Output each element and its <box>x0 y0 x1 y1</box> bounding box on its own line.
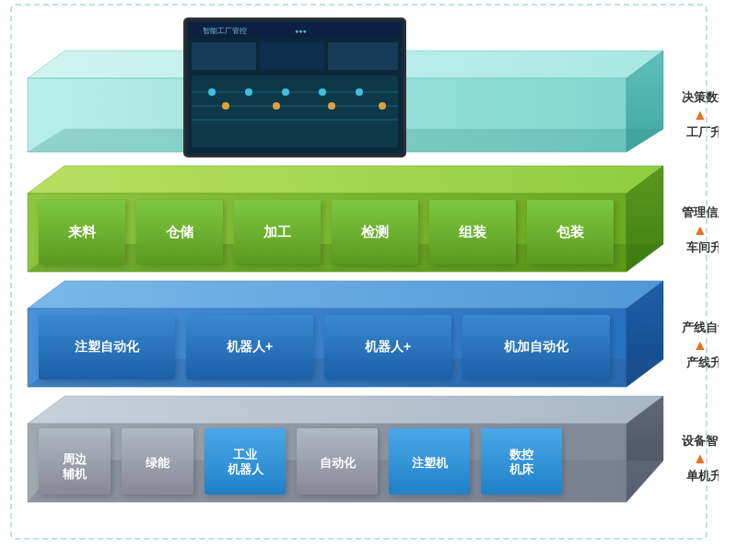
svg-point-67 <box>222 102 229 110</box>
label-decision-line2: 工厂升级 <box>686 125 719 139</box>
svg-rect-57 <box>328 42 398 70</box>
svg-point-63 <box>245 88 252 96</box>
svg-point-65 <box>319 88 326 96</box>
label-decision-line1: 决策数据化 <box>682 90 719 104</box>
label-equip-line2: 单机升级 <box>686 469 719 483</box>
svg-point-66 <box>356 88 363 96</box>
svg-point-68 <box>273 102 280 110</box>
svg-text:数控: 数控 <box>509 448 533 461</box>
svg-text:智能工厂管控: 智能工厂管控 <box>203 27 247 35</box>
svg-rect-9 <box>205 428 286 495</box>
svg-text:检测: 检测 <box>360 224 389 239</box>
svg-text:来料: 来料 <box>67 224 97 239</box>
svg-text:自动化: 自动化 <box>320 456 357 470</box>
svg-text:辅机: 辅机 <box>62 467 88 481</box>
svg-text:▲: ▲ <box>693 337 708 353</box>
svg-text:加工: 加工 <box>263 224 291 239</box>
svg-rect-56 <box>260 42 324 70</box>
svg-text:机器人+: 机器人+ <box>364 339 411 354</box>
diagram-container: 周边 辅机 绿能 工业 机器人 自动化 注塑机 数控 机床 注塑自动化 <box>0 0 719 543</box>
svg-text:机器人+: 机器人+ <box>226 339 273 354</box>
svg-rect-16 <box>481 428 562 495</box>
label-prod-line1: 产线自动化 <box>682 321 719 334</box>
svg-text:▲: ▲ <box>693 107 708 122</box>
label-equip-line1: 设备智能化 <box>682 434 719 448</box>
svg-text:机加自动化: 机加自动化 <box>503 339 569 354</box>
svg-text:仓储: 仓储 <box>165 224 194 239</box>
svg-marker-19 <box>28 281 663 309</box>
svg-text:▲: ▲ <box>693 222 708 238</box>
svg-text:●●●: ●●● <box>295 28 307 34</box>
svg-text:注塑机: 注塑机 <box>412 456 449 470</box>
svg-text:机床: 机床 <box>509 462 534 476</box>
svg-text:▲: ▲ <box>693 450 708 466</box>
svg-point-70 <box>379 102 386 110</box>
label-mgmt-line2: 车间升级 <box>686 240 719 254</box>
svg-rect-55 <box>192 42 256 70</box>
svg-point-64 <box>282 88 289 96</box>
svg-point-62 <box>208 88 216 96</box>
svg-marker-0 <box>28 396 663 424</box>
svg-text:周边: 周边 <box>62 452 88 466</box>
svg-text:组装: 组装 <box>458 224 487 239</box>
svg-rect-58 <box>192 76 398 147</box>
label-prod-line2: 产线升级 <box>686 356 719 369</box>
svg-text:绿能: 绿能 <box>146 456 170 470</box>
label-mgmt-line1: 管理信息化 <box>682 205 719 219</box>
svg-point-69 <box>328 102 335 110</box>
svg-marker-31 <box>28 166 663 193</box>
svg-text:机器人: 机器人 <box>227 462 264 476</box>
svg-text:注塑自动化: 注塑自动化 <box>75 339 140 354</box>
svg-text:工业: 工业 <box>233 448 258 461</box>
svg-text:包装: 包装 <box>556 224 585 239</box>
